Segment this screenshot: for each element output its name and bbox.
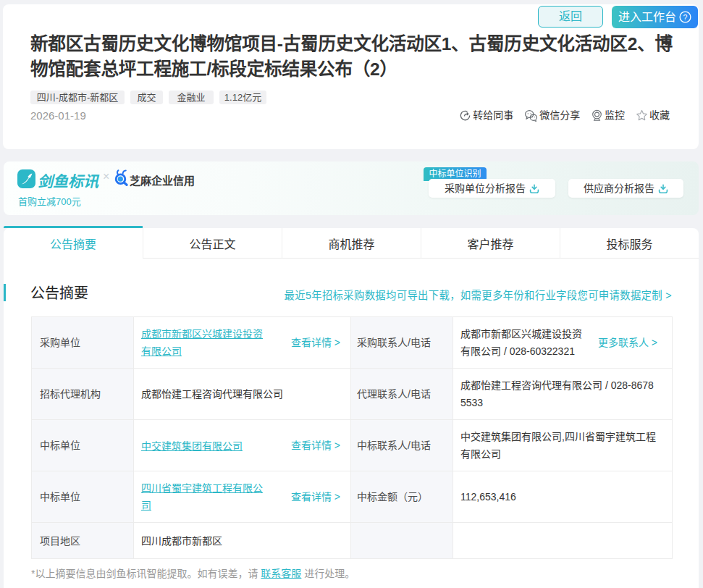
svg-text:?: ? xyxy=(683,13,688,22)
